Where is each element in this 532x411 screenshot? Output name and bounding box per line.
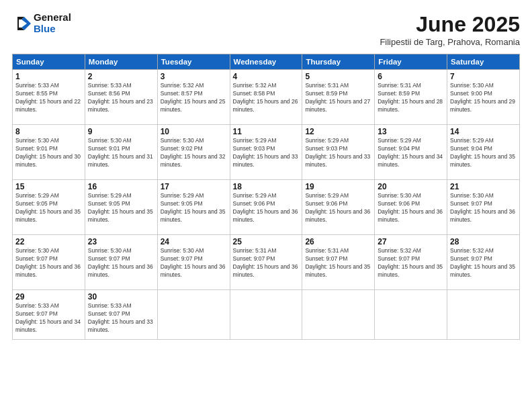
- header-thursday: Thursday: [302, 54, 375, 70]
- day-info: Sunrise: 5:29 AMSunset: 9:06 PMDaylight:…: [233, 192, 298, 223]
- day-number: 29: [15, 292, 82, 302]
- day-number: 2: [88, 72, 154, 81]
- logo-text: General Blue: [34, 12, 71, 34]
- day-number: 11: [233, 127, 300, 136]
- calendar-cell: [302, 290, 375, 340]
- calendar-cell: 1Sunrise: 5:33 AMSunset: 8:55 PMDaylight…: [13, 70, 85, 125]
- day-number: 10: [161, 127, 227, 136]
- calendar-cell: 23Sunrise: 5:30 AMSunset: 9:07 PMDayligh…: [85, 235, 157, 290]
- calendar-cell: 17Sunrise: 5:29 AMSunset: 9:05 PMDayligh…: [157, 180, 230, 235]
- day-number: 23: [88, 237, 154, 246]
- calendar-cell: 30Sunrise: 5:33 AMSunset: 9:07 PMDayligh…: [85, 290, 157, 340]
- calendar-cell: [230, 290, 302, 340]
- calendar-cell: 24Sunrise: 5:30 AMSunset: 9:07 PMDayligh…: [157, 235, 230, 290]
- calendar-cell: 16Sunrise: 5:29 AMSunset: 9:05 PMDayligh…: [85, 180, 157, 235]
- day-number: 26: [305, 237, 371, 246]
- day-number: 15: [15, 182, 82, 191]
- title-section: June 2025 Filipestii de Targ, Prahova, R…: [380, 12, 520, 47]
- calendar-cell: 4Sunrise: 5:32 AMSunset: 8:58 PMDaylight…: [230, 70, 302, 125]
- calendar-row-1: 1Sunrise: 5:33 AMSunset: 8:55 PMDaylight…: [13, 70, 520, 125]
- day-info: Sunrise: 5:30 AMSunset: 9:07 PMDaylight:…: [450, 192, 515, 223]
- calendar-cell: 13Sunrise: 5:29 AMSunset: 9:04 PMDayligh…: [375, 125, 447, 180]
- header-monday: Monday: [85, 54, 157, 70]
- month-title: June 2025: [380, 12, 520, 37]
- header: General Blue June 2025 Filipestii de Tar…: [12, 12, 520, 47]
- calendar-cell: 11Sunrise: 5:29 AMSunset: 9:03 PMDayligh…: [230, 125, 302, 180]
- day-number: 28: [450, 237, 517, 246]
- day-number: 1: [15, 72, 82, 81]
- calendar-cell: 8Sunrise: 5:30 AMSunset: 9:01 PMDaylight…: [13, 125, 85, 180]
- day-info: Sunrise: 5:30 AMSunset: 9:01 PMDaylight:…: [15, 137, 81, 168]
- day-number: 22: [15, 237, 82, 246]
- day-info: Sunrise: 5:33 AMSunset: 9:07 PMDaylight:…: [88, 302, 153, 333]
- day-number: 16: [88, 182, 154, 191]
- day-number: 21: [450, 182, 517, 191]
- calendar-header-row: Sunday Monday Tuesday Wednesday Thursday…: [13, 54, 520, 70]
- day-number: 6: [378, 72, 444, 81]
- calendar-row-5: 29Sunrise: 5:33 AMSunset: 9:07 PMDayligh…: [13, 290, 520, 340]
- location: Filipestii de Targ, Prahova, Romania: [380, 37, 520, 47]
- day-number: 27: [378, 237, 444, 246]
- calendar-cell: 28Sunrise: 5:32 AMSunset: 9:07 PMDayligh…: [447, 235, 520, 290]
- calendar-cell: 2Sunrise: 5:33 AMSunset: 8:56 PMDaylight…: [85, 70, 157, 125]
- calendar-cell: 22Sunrise: 5:30 AMSunset: 9:07 PMDayligh…: [13, 235, 85, 290]
- day-number: 30: [88, 292, 154, 302]
- day-info: Sunrise: 5:31 AMSunset: 9:07 PMDaylight:…: [233, 247, 298, 278]
- day-info: Sunrise: 5:30 AMSunset: 9:07 PMDaylight:…: [161, 247, 226, 278]
- logo-general-text: General: [34, 12, 71, 24]
- day-info: Sunrise: 5:29 AMSunset: 9:04 PMDaylight:…: [378, 137, 443, 168]
- svg-marker-0: [21, 17, 31, 30]
- day-info: Sunrise: 5:29 AMSunset: 9:05 PMDaylight:…: [88, 192, 153, 223]
- day-info: Sunrise: 5:29 AMSunset: 9:03 PMDaylight:…: [305, 137, 370, 168]
- calendar-cell: 7Sunrise: 5:30 AMSunset: 9:00 PMDaylight…: [447, 70, 520, 125]
- logo-blue-text: Blue: [34, 24, 71, 35]
- page: General Blue June 2025 Filipestii de Tar…: [0, 0, 532, 411]
- day-info: Sunrise: 5:32 AMSunset: 9:07 PMDaylight:…: [378, 247, 443, 278]
- day-info: Sunrise: 5:30 AMSunset: 9:06 PMDaylight:…: [378, 192, 443, 223]
- logo-icon: [12, 14, 31, 33]
- day-number: 19: [305, 182, 371, 191]
- day-info: Sunrise: 5:32 AMSunset: 8:58 PMDaylight:…: [233, 82, 298, 113]
- day-info: Sunrise: 5:31 AMSunset: 8:59 PMDaylight:…: [305, 82, 370, 113]
- calendar-cell: 14Sunrise: 5:29 AMSunset: 9:04 PMDayligh…: [447, 125, 520, 180]
- day-number: 4: [233, 72, 300, 81]
- calendar-row-3: 15Sunrise: 5:29 AMSunset: 9:05 PMDayligh…: [13, 180, 520, 235]
- calendar-cell: 20Sunrise: 5:30 AMSunset: 9:06 PMDayligh…: [375, 180, 447, 235]
- day-info: Sunrise: 5:30 AMSunset: 9:07 PMDaylight:…: [88, 247, 153, 278]
- day-info: Sunrise: 5:31 AMSunset: 9:07 PMDaylight:…: [305, 247, 370, 278]
- day-info: Sunrise: 5:30 AMSunset: 9:07 PMDaylight:…: [15, 247, 81, 278]
- day-number: 14: [450, 127, 517, 136]
- day-info: Sunrise: 5:30 AMSunset: 9:01 PMDaylight:…: [88, 137, 153, 168]
- day-number: 17: [161, 182, 227, 191]
- logo: General Blue: [12, 12, 71, 34]
- calendar-cell: [375, 290, 447, 340]
- day-number: 25: [233, 237, 300, 246]
- header-tuesday: Tuesday: [157, 54, 230, 70]
- day-info: Sunrise: 5:33 AMSunset: 8:56 PMDaylight:…: [88, 82, 153, 113]
- header-sunday: Sunday: [13, 54, 85, 70]
- calendar-cell: 3Sunrise: 5:32 AMSunset: 8:57 PMDaylight…: [157, 70, 230, 125]
- day-info: Sunrise: 5:29 AMSunset: 9:05 PMDaylight:…: [15, 192, 81, 223]
- calendar-cell: 9Sunrise: 5:30 AMSunset: 9:01 PMDaylight…: [85, 125, 157, 180]
- calendar-cell: 10Sunrise: 5:30 AMSunset: 9:02 PMDayligh…: [157, 125, 230, 180]
- day-info: Sunrise: 5:33 AMSunset: 8:55 PMDaylight:…: [15, 82, 81, 113]
- day-info: Sunrise: 5:32 AMSunset: 8:57 PMDaylight:…: [161, 82, 226, 113]
- calendar-cell: 12Sunrise: 5:29 AMSunset: 9:03 PMDayligh…: [302, 125, 375, 180]
- calendar-row-4: 22Sunrise: 5:30 AMSunset: 9:07 PMDayligh…: [13, 235, 520, 290]
- day-number: 20: [378, 182, 444, 191]
- calendar-cell: [447, 290, 520, 340]
- calendar-table: Sunday Monday Tuesday Wednesday Thursday…: [12, 54, 520, 340]
- day-info: Sunrise: 5:31 AMSunset: 8:59 PMDaylight:…: [378, 82, 443, 113]
- day-number: 5: [305, 72, 371, 81]
- day-number: 13: [378, 127, 444, 136]
- calendar-cell: 29Sunrise: 5:33 AMSunset: 9:07 PMDayligh…: [13, 290, 85, 340]
- day-info: Sunrise: 5:30 AMSunset: 9:00 PMDaylight:…: [450, 82, 515, 113]
- day-info: Sunrise: 5:29 AMSunset: 9:05 PMDaylight:…: [161, 192, 226, 223]
- calendar-cell: 21Sunrise: 5:30 AMSunset: 9:07 PMDayligh…: [447, 180, 520, 235]
- day-info: Sunrise: 5:30 AMSunset: 9:02 PMDaylight:…: [161, 137, 226, 168]
- header-saturday: Saturday: [447, 54, 520, 70]
- day-number: 8: [15, 127, 82, 136]
- day-number: 3: [161, 72, 227, 81]
- calendar-cell: 26Sunrise: 5:31 AMSunset: 9:07 PMDayligh…: [302, 235, 375, 290]
- calendar-cell: 25Sunrise: 5:31 AMSunset: 9:07 PMDayligh…: [230, 235, 302, 290]
